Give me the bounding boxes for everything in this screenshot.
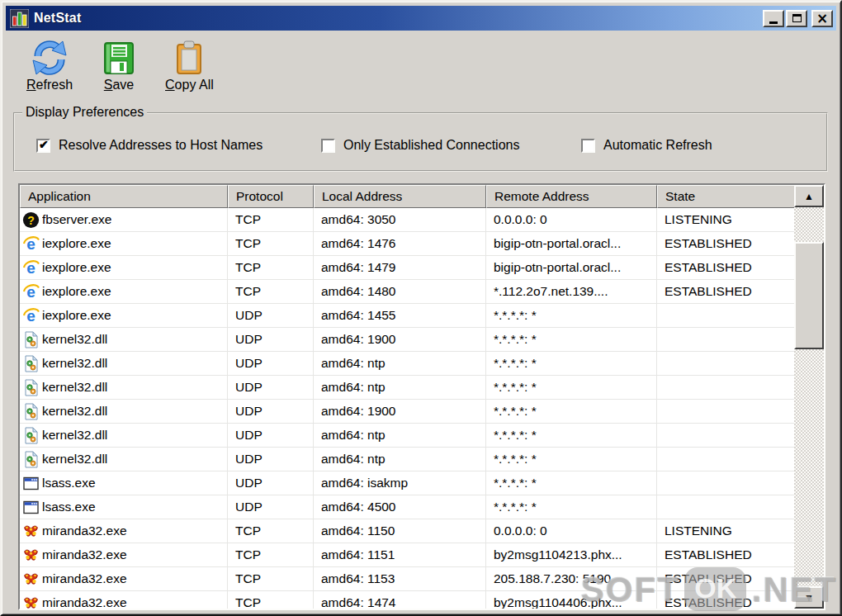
application-name: kernel32.dll	[42, 376, 107, 399]
application-cell: eiexplore.exe	[20, 256, 228, 280]
refresh-label: Refresh	[26, 78, 73, 92]
remote-address-cell: bigip-otn-portal.oracl...	[486, 232, 657, 256]
minimize-icon	[769, 21, 778, 24]
remote-address-cell: 0.0.0.0: 0	[486, 519, 657, 543]
copy-all-icon	[171, 40, 207, 76]
copy-all-button[interactable]: Copy All	[160, 38, 219, 94]
remote-address-cell: *.*.*.*: *	[486, 304, 657, 328]
remote-address-cell: *.*.*.*: *	[486, 376, 657, 400]
automatic-refresh-label: Automatic Refresh	[603, 138, 712, 153]
application-name: iexplore.exe	[42, 304, 111, 327]
automatic-refresh-option[interactable]: Automatic Refresh	[581, 138, 712, 153]
window-icon	[22, 499, 40, 516]
maximize-button[interactable]	[786, 10, 807, 27]
table-row[interactable]: eiexplore.exeTCPamd64: 1476bigip-otn-por…	[20, 232, 794, 256]
state-cell	[657, 448, 794, 471]
save-button[interactable]: Save	[96, 38, 142, 94]
local-address-cell: amd64: ntp	[314, 352, 486, 376]
column-header-protocol[interactable]: Protocol	[228, 185, 314, 208]
close-button[interactable]: ×	[811, 10, 833, 27]
protocol-cell: TCP	[228, 519, 314, 543]
protocol-cell: UDP	[228, 376, 314, 400]
local-address-cell: amd64: ntp	[314, 424, 486, 448]
table-row[interactable]: lsass.exeUDPamd64: isakmp*.*.*.*: *	[20, 471, 794, 495]
resolve-addresses-option[interactable]: Resolve Addresses to Host Names	[36, 138, 263, 153]
refresh-button[interactable]: Refresh	[21, 38, 78, 94]
window-icon	[22, 475, 40, 492]
application-cell: lsass.exe	[20, 471, 228, 495]
protocol-cell: UDP	[228, 424, 314, 448]
application-name: kernel32.dll	[42, 424, 107, 447]
only-established-label: Only Established Connections	[343, 138, 519, 153]
application-name: iexplore.exe	[42, 280, 111, 303]
state-cell	[657, 352, 794, 376]
only-established-option[interactable]: Only Established Connections	[321, 138, 519, 153]
application-name: miranda32.exe	[42, 567, 127, 590]
automatic-refresh-checkbox[interactable]	[581, 139, 595, 153]
state-cell: LISTENING	[657, 208, 794, 232]
remote-address-cell: 205.188.7.230: 5190	[486, 567, 657, 591]
vertical-scrollbar[interactable]: ▲ ▼	[794, 185, 824, 609]
table-row[interactable]: miranda32.exeTCPamd64: 1151by2msg1104213…	[20, 543, 794, 567]
dll-icon	[22, 379, 40, 396]
scroll-down-button[interactable]: ▼	[794, 586, 824, 609]
table-row[interactable]: kernel32.dllUDPamd64: ntp*.*.*.*: *	[20, 352, 794, 376]
table-row[interactable]: eiexplore.exeUDPamd64: 1455*.*.*.*: *	[20, 304, 794, 328]
column-header-local-address[interactable]: Local Address	[314, 185, 486, 208]
state-cell: ESTABLISHED	[657, 256, 794, 280]
application-cell: miranda32.exe	[20, 591, 228, 609]
only-established-checkbox[interactable]	[321, 139, 335, 153]
firebird-icon: ?	[22, 211, 40, 229]
table-row[interactable]: miranda32.exeTCPamd64: 11500.0.0.0: 0LIS…	[20, 519, 794, 543]
local-address-cell: amd64: ntp	[314, 376, 486, 400]
app-barchart-icon	[10, 9, 29, 28]
application-name: miranda32.exe	[42, 519, 127, 543]
butterfly-icon	[22, 595, 40, 609]
table-row[interactable]: eiexplore.exeTCPamd64: 1479bigip-otn-por…	[20, 256, 794, 280]
state-cell: ESTABLISHED	[657, 280, 794, 304]
minimize-button[interactable]	[763, 10, 784, 27]
scrollbar-thumb[interactable]	[794, 242, 824, 349]
application-cell: eiexplore.exe	[20, 280, 228, 304]
table-row[interactable]: kernel32.dllUDPamd64: 1900*.*.*.*: *	[20, 328, 794, 352]
remote-address-cell: 0.0.0.0: 0	[486, 208, 657, 232]
application-name: kernel32.dll	[42, 448, 107, 471]
table-row[interactable]: lsass.exeUDPamd64: 4500*.*.*.*: *	[20, 495, 794, 519]
application-cell: miranda32.exe	[20, 543, 228, 567]
local-address-cell: amd64: 1455	[314, 304, 486, 328]
scrollbar-track[interactable]	[794, 207, 824, 586]
protocol-cell: UDP	[228, 328, 314, 352]
scroll-up-button[interactable]: ▲	[794, 185, 824, 207]
column-header-state[interactable]: State	[657, 185, 794, 208]
protocol-cell: TCP	[228, 591, 314, 609]
local-address-cell: amd64: 4500	[314, 495, 486, 519]
ie-icon: e	[22, 283, 40, 301]
table-row[interactable]: kernel32.dllUDPamd64: ntp*.*.*.*: *	[20, 448, 794, 471]
remote-address-cell: *.*.*.*: *	[486, 424, 657, 448]
table-row[interactable]: kernel32.dllUDPamd64: 1900*.*.*.*: *	[20, 400, 794, 424]
application-name: miranda32.exe	[42, 591, 127, 609]
table-row[interactable]: miranda32.exeTCPamd64: 1153205.188.7.230…	[20, 567, 794, 591]
table-row[interactable]: eiexplore.exeTCPamd64: 1480*.112.2o7.net…	[20, 280, 794, 304]
column-header-remote-address[interactable]: Remote Address	[486, 185, 657, 208]
protocol-cell: TCP	[228, 567, 314, 591]
remote-address-cell: by2msg1104213.phx...	[486, 543, 657, 567]
ie-icon: e	[22, 259, 40, 277]
table-row[interactable]: kernel32.dllUDPamd64: ntp*.*.*.*: *	[20, 424, 794, 448]
dll-icon	[22, 427, 40, 444]
table-row[interactable]: kernel32.dllUDPamd64: ntp*.*.*.*: *	[20, 376, 794, 400]
svg-text:?: ?	[27, 213, 35, 226]
dll-icon	[22, 403, 40, 420]
butterfly-icon	[22, 547, 40, 564]
column-header-application[interactable]: Application	[20, 185, 228, 208]
table-row[interactable]: ?fbserver.exeTCPamd64: 30500.0.0.0: 0LIS…	[20, 208, 794, 232]
resolve-addresses-checkbox[interactable]	[36, 139, 50, 153]
state-cell: ESTABLISHED	[657, 543, 794, 567]
local-address-cell: amd64: 1479	[314, 256, 486, 280]
application-cell: eiexplore.exe	[20, 232, 228, 256]
titlebar[interactable]: NetStat ×	[6, 6, 836, 31]
protocol-cell: TCP	[228, 256, 314, 280]
state-cell	[657, 376, 794, 400]
table-row[interactable]: miranda32.exeTCPamd64: 1474by2msg1104406…	[20, 591, 794, 609]
application-name: lsass.exe	[42, 471, 96, 495]
